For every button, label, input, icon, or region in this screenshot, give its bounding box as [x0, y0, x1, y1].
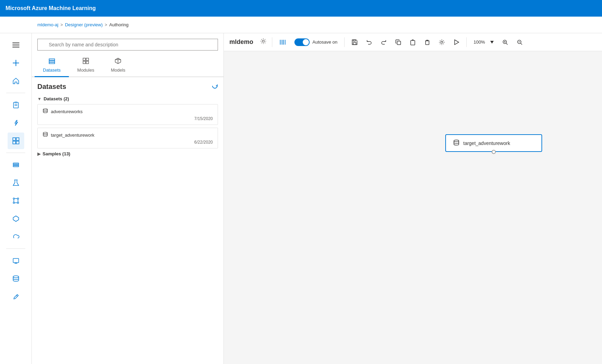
svg-rect-14 — [13, 166, 19, 167]
dataset-item-row-2: target_adventurework — [43, 131, 213, 138]
nav-datasets-icon[interactable] — [8, 156, 24, 173]
canvas-node-target[interactable]: target_adventurework — [445, 134, 542, 152]
svg-rect-10 — [13, 141, 16, 144]
canvas-node-name: target_adventurework — [463, 140, 510, 146]
search-area — [32, 33, 224, 51]
svg-rect-31 — [49, 59, 55, 60]
search-wrapper — [37, 39, 218, 51]
svg-rect-2 — [12, 47, 19, 47]
dataset-item-adventureworks[interactable]: adventureworks 7/15/2020 — [37, 104, 218, 125]
zoom-value: 100% — [472, 39, 486, 45]
toolbar-sep-2 — [344, 37, 345, 47]
svg-point-16 — [13, 198, 15, 199]
dataset-name-2: target_adventurework — [51, 133, 94, 138]
svg-rect-35 — [86, 58, 89, 61]
canvas-node-db-icon — [453, 139, 460, 147]
svg-rect-36 — [83, 61, 85, 64]
run-button[interactable] — [450, 37, 462, 47]
pipeline-name: mldemo — [229, 38, 253, 46]
svg-rect-12 — [13, 163, 19, 164]
nav-designer-icon[interactable] — [8, 133, 24, 149]
zoom-in-button[interactable] — [499, 37, 511, 47]
nav-divider-2 — [6, 153, 25, 153]
tab-modules[interactable]: Modules — [69, 55, 102, 77]
copy-button[interactable] — [392, 37, 404, 47]
svg-rect-13 — [13, 164, 19, 165]
tab-models[interactable]: Models — [102, 55, 134, 77]
paste-button[interactable] — [407, 37, 419, 47]
svg-rect-11 — [16, 141, 19, 144]
autosave-toggle[interactable] — [294, 38, 310, 46]
svg-rect-51 — [426, 41, 429, 45]
left-panel: Datasets Modules Models Datasets — [32, 33, 224, 364]
breadcrumb-section[interactable]: Designer (preview) — [65, 22, 103, 27]
dataset-item-target[interactable]: target_adventurework 6/22/2020 — [37, 128, 218, 148]
svg-rect-4 — [13, 63, 19, 63]
samples-section-header[interactable]: ▶ Samples (13) — [37, 151, 218, 156]
svg-rect-48 — [353, 40, 355, 41]
settings-button[interactable] — [259, 37, 268, 47]
pan-button[interactable] — [436, 37, 448, 47]
svg-point-52 — [441, 41, 443, 43]
canvas[interactable]: target_adventurework — [224, 51, 602, 364]
breadcrumb-sep-2: > — [105, 22, 107, 27]
tab-datasets[interactable]: Datasets — [35, 55, 69, 77]
datasets-tab-icon — [48, 57, 55, 66]
nav-storage-icon[interactable] — [8, 270, 24, 287]
models-tab-icon — [115, 57, 121, 66]
nav-experiments-icon[interactable] — [8, 174, 24, 191]
nav-lightning-icon[interactable] — [8, 115, 24, 131]
svg-rect-49 — [397, 41, 401, 45]
nav-pipelines-icon[interactable] — [8, 192, 24, 209]
nav-compute-icon[interactable] — [8, 252, 24, 269]
svg-line-56 — [506, 43, 508, 45]
zoom-dropdown-button[interactable] — [487, 39, 496, 46]
nav-models-icon[interactable] — [8, 210, 24, 227]
redo-button[interactable] — [378, 37, 390, 47]
nav-home-icon[interactable] — [8, 73, 24, 89]
breadcrumb-workspace[interactable]: mldemo-aj — [37, 22, 58, 27]
svg-marker-53 — [455, 40, 459, 45]
nav-divider-3 — [6, 248, 25, 249]
library-button[interactable] — [276, 37, 289, 48]
chevron-down-icon: ▼ — [37, 97, 42, 101]
svg-rect-50 — [411, 40, 415, 45]
undo-button[interactable] — [363, 37, 375, 47]
svg-rect-8 — [13, 138, 16, 140]
canvas-node-connector — [492, 150, 496, 154]
panel-title-text: Datasets — [37, 83, 66, 91]
dataset-date-2: 6/22/2020 — [43, 140, 213, 145]
svg-rect-9 — [16, 138, 19, 140]
svg-rect-1 — [12, 45, 19, 45]
tab-datasets-label: Datasets — [43, 67, 61, 73]
delete-button[interactable] — [421, 37, 433, 47]
svg-point-17 — [17, 198, 19, 199]
zoom-out-button[interactable] — [514, 37, 526, 47]
svg-point-40 — [43, 109, 47, 110]
nav-edit-icon[interactable] — [8, 288, 24, 305]
nav-clipboard-icon[interactable] — [8, 97, 24, 113]
svg-line-60 — [521, 43, 522, 45]
svg-point-42 — [262, 40, 264, 42]
modules-tab-icon — [82, 57, 89, 66]
dataset-date-1: 7/15/2020 — [43, 116, 213, 121]
svg-line-28 — [16, 295, 17, 296]
nav-menu-icon[interactable] — [8, 37, 24, 53]
svg-point-18 — [13, 202, 15, 203]
dataset-item-row: adventureworks — [43, 108, 213, 115]
svg-point-41 — [43, 132, 47, 134]
tab-models-label: Models — [111, 67, 125, 73]
svg-point-19 — [17, 202, 19, 203]
datasets-section-header[interactable]: ▼ Datasets (2) — [37, 96, 218, 101]
nav-cloud-icon[interactable] — [8, 228, 24, 245]
refresh-button[interactable] — [212, 83, 218, 91]
save-button[interactable] — [349, 37, 361, 47]
breadcrumb-page: Authoring — [109, 22, 129, 27]
autosave-label: Autosave on — [312, 39, 337, 45]
panel-title: Datasets — [37, 83, 218, 91]
search-input[interactable] — [37, 39, 218, 51]
left-nav — [0, 33, 32, 364]
nav-add-icon[interactable] — [8, 55, 24, 71]
database-icon-2 — [43, 131, 48, 138]
svg-marker-54 — [490, 41, 494, 44]
